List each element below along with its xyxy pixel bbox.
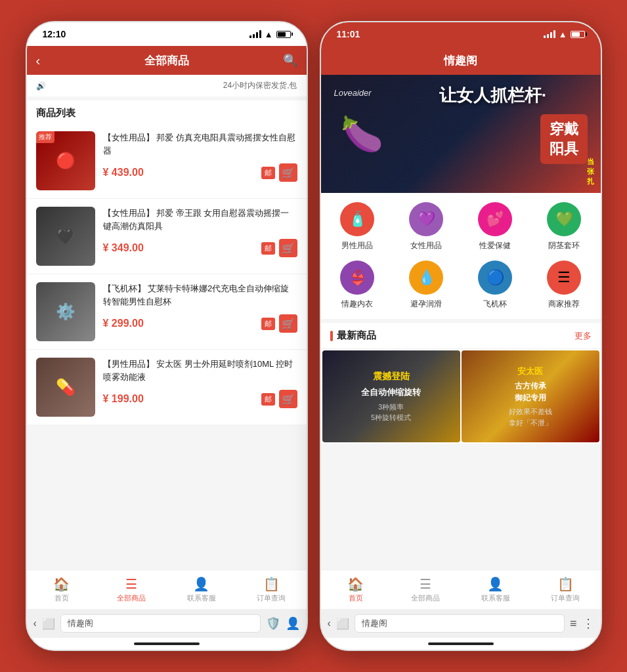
nav-home-label-left: 首页 (54, 593, 69, 603)
header-title-left: 全部商品 (144, 53, 189, 68)
product-item-4[interactable]: 💊 【男性用品】 安太医 男士外用延时喷剂10ML 控时喷雾劲能液 ¥ 199.… (27, 350, 307, 425)
cat-male[interactable]: 🧴 男性用品 (328, 202, 387, 251)
nav-service-label-left: 联系客服 (187, 593, 216, 603)
category-grid: 🧴 男性用品 💜 女性用品 💕 性爱保健 💚 阴茎套环 👙 情趣内衣 💧 (321, 193, 601, 319)
cat-lingerie[interactable]: 👙 情趣内衣 (328, 261, 387, 310)
product-price-3: ¥ 299.00 (103, 318, 144, 329)
product-item-2[interactable]: 🖤 【女性用品】 邦爱 帝王跟 女用自慰器震动摇摆一键高潮仿真阳具 ¥ 349.… (27, 199, 307, 274)
browser-tab-left[interactable]: ⬜ (42, 618, 55, 630)
browser-tab-right[interactable]: ⬜ (336, 618, 349, 630)
brand-name: Loveaider (334, 88, 372, 98)
product-actions-1: 邮 🛒 (261, 163, 297, 182)
more-link[interactable]: 更多 (574, 330, 592, 342)
cart-button-2[interactable]: 🛒 (279, 239, 297, 257)
cart-button-1[interactable]: 🛒 (279, 163, 297, 182)
browser-person-left[interactable]: 👤 (286, 616, 300, 631)
cat-recommend-label: 商家推荐 (548, 299, 580, 310)
home-icon-right: 🏠 (347, 576, 364, 592)
new-products-header: 最新商品 更多 (321, 323, 601, 349)
product-name-1: 【女性用品】 邦爱 仿真充电阳具震动摇摆女性自慰器 (103, 131, 297, 157)
product-price-2: ¥ 349.00 (103, 242, 144, 254)
app-content-right[interactable]: Loveaider 🍆 让女人抓栏杆· 穿戴阳具 当张扎 🧴 男性用品 💜 女性… (321, 75, 601, 570)
product-item-1[interactable]: 推荐 🔴 【女性用品】 邦爱 仿真充电阳具震动摇摆女性自慰器 ¥ 439.00 … (27, 123, 307, 199)
nav-products-right[interactable]: ☰ 全部商品 (391, 576, 461, 603)
product-item-3[interactable]: ⚙️ 【飞机杯】 艾莱特卡特琳娜2代充电全自动伸缩旋转智能男性自慰杯 ¥ 299… (27, 274, 307, 350)
product-price-row-4: ¥ 199.00 邮 🛒 (103, 390, 297, 408)
cat-lube[interactable]: 💧 避孕润滑 (397, 261, 456, 310)
url-box-left[interactable]: 情趣阁 (60, 614, 261, 633)
browser-bars-right[interactable]: ≡ (570, 617, 577, 631)
post-tag-1: 邮 (261, 167, 275, 179)
status-bar-left: 12:10 ▲ (27, 22, 307, 46)
url-box-right[interactable]: 情趣阁 (355, 614, 565, 633)
cat-health-label: 性爱保健 (479, 240, 511, 251)
search-button-left[interactable]: 🔍 (283, 53, 297, 68)
back-button-left[interactable]: ‹ (36, 53, 41, 68)
home-bar-left (134, 642, 200, 645)
url-text-left: 情趣阁 (68, 618, 93, 629)
browser-more-right[interactable]: ⋮ (582, 616, 594, 631)
product-price-row-2: ¥ 349.00 邮 🛒 (103, 239, 297, 257)
right-phone: 11:01 ▲ 情趣阁 Loveaider 🍆 让女人抓栏杆· 穿戴阳具 当张扎 (320, 21, 602, 651)
cat-male-label: 男性用品 (341, 240, 373, 251)
new-product-card-1[interactable]: 震撼登陆 全自动伸缩旋转 3种频率5种旋转模式 (322, 350, 460, 442)
new-product-card-2[interactable]: 安太医 古方传承御妃专用 好效果不差钱拿好「不泄」 (462, 350, 599, 442)
app-header-left: ‹ 全部商品 🔍 (27, 46, 307, 75)
cat-recommend[interactable]: ☰ 商家推荐 (534, 261, 594, 310)
home-indicator-right (321, 638, 601, 650)
signal-icon (249, 30, 261, 38)
product-name-4: 【男性用品】 安太医 男士外用延时喷剂10ML 控时喷雾劲能液 (103, 358, 297, 383)
product-name-3: 【飞机杯】 艾莱特卡特琳娜2代充电全自动伸缩旋转智能男性自慰杯 (103, 282, 297, 308)
nav-service-right[interactable]: 👤 联系客服 (461, 576, 531, 603)
cat-female[interactable]: 💜 女性用品 (397, 202, 456, 251)
speaker-icon: 🔊 (36, 81, 46, 91)
new-products-title: 最新商品 (330, 329, 376, 342)
nav-products-left[interactable]: ☰ 全部商品 (97, 576, 167, 603)
product-visual: 🍆 (341, 114, 383, 154)
cat-cup[interactable]: 🔵 飞机杯 (465, 261, 525, 310)
browser-back-right[interactable]: ‹ (328, 618, 331, 629)
header-title-right: 情趣阁 (444, 53, 477, 68)
new-product-text-2: 安太医 古方传承御妃专用 好效果不差钱拿好「不泄」 (509, 365, 552, 429)
browser-back-left[interactable]: ‹ (33, 618, 37, 629)
status-icons-right: ▲ (544, 30, 585, 39)
nav-home-left[interactable]: 🏠 首页 (27, 576, 97, 603)
app-content-left[interactable]: 🔊 24小时内保密发货,包 商品列表 推荐 🔴 【女性用品】 邦爱 仿真充电阳具… (27, 75, 307, 570)
nav-orders-left[interactable]: 📋 订单查询 (236, 576, 307, 603)
wifi-icon-right: ▲ (559, 30, 567, 39)
product-info-2: 【女性用品】 邦爱 帝王跟 女用自慰器震动摇摆一键高潮仿真阳具 ¥ 349.00… (103, 207, 297, 257)
banner-sub-text: 穿戴阳具 (540, 114, 588, 164)
cat-ring[interactable]: 💚 阴茎套环 (534, 202, 594, 251)
browser-shield-left[interactable]: 🛡️ (266, 616, 280, 631)
cat-female-icon: 💜 (409, 202, 443, 236)
battery-icon-right (571, 31, 585, 38)
product-info-4: 【男性用品】 安太医 男士外用延时喷剂10ML 控时喷雾劲能液 ¥ 199.00… (103, 358, 297, 408)
product-thumb-3: ⚙️ (36, 282, 95, 341)
cart-button-4[interactable]: 🛒 (279, 390, 297, 408)
product-list: 推荐 🔴 【女性用品】 邦爱 仿真充电阳具震动摇摆女性自慰器 ¥ 439.00 … (27, 123, 307, 425)
cart-button-3[interactable]: 🛒 (279, 314, 297, 333)
product-thumb-1: 推荐 🔴 (36, 131, 95, 190)
post-tag-3: 邮 (261, 318, 275, 330)
banner-area: Loveaider 🍆 让女人抓栏杆· 穿戴阳具 当张扎 (321, 75, 601, 193)
product-price-4: ¥ 199.00 (103, 393, 144, 405)
product-price-row-3: ¥ 299.00 邮 🛒 (103, 314, 297, 333)
products-icon-right: ☰ (420, 576, 431, 592)
nav-home-label-right: 首页 (349, 593, 363, 603)
home-bar-right (428, 642, 494, 645)
product-actions-4: 邮 🛒 (261, 390, 297, 408)
nav-service-left[interactable]: 👤 联系客服 (167, 576, 237, 603)
bottom-nav-right: 🏠 首页 ☰ 全部商品 👤 联系客服 📋 订单查询 (321, 570, 601, 609)
nav-orders-right[interactable]: 📋 订单查询 (530, 576, 601, 603)
new-product-img-2: 安太医 古方传承御妃专用 好效果不差钱拿好「不泄」 (462, 350, 599, 442)
cat-male-icon: 🧴 (340, 202, 374, 236)
product-price-1: ¥ 439.00 (103, 167, 144, 178)
status-bar-right: 11:01 ▲ (321, 22, 601, 46)
post-tag-2: 邮 (261, 242, 275, 255)
product-name-2: 【女性用品】 邦爱 帝王跟 女用自慰器震动摇摆一键高潮仿真阳具 (103, 207, 297, 232)
product-thumb-2: 🖤 (36, 207, 95, 266)
nav-home-right[interactable]: 🏠 首页 (321, 576, 391, 603)
cat-lingerie-icon: 👙 (340, 261, 374, 295)
new-product-img-1: 震撼登陆 全自动伸缩旋转 3种频率5种旋转模式 (322, 350, 460, 442)
cat-health[interactable]: 💕 性爱保健 (465, 202, 525, 251)
